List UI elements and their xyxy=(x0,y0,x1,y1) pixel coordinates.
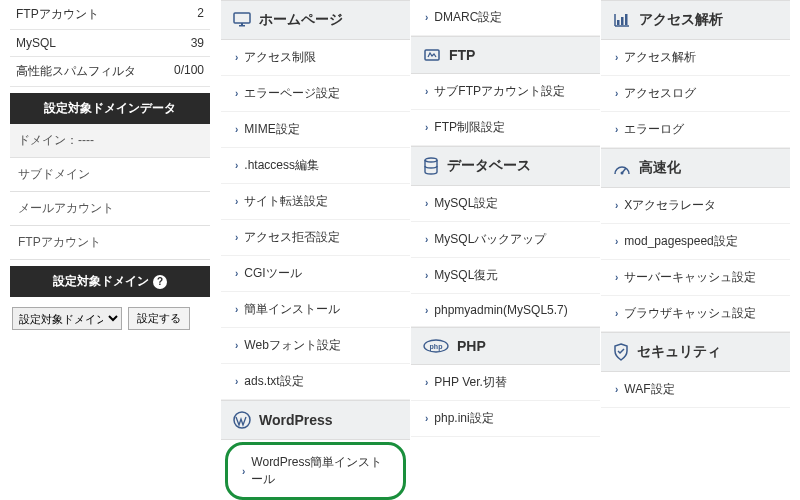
link-label: MySQLバックアップ xyxy=(434,231,546,248)
link-item[interactable]: ›CGIツール xyxy=(221,256,410,292)
link-label: サイト転送設定 xyxy=(244,193,328,210)
link-item[interactable]: ›phpmyadmin(MySQL5.7) xyxy=(411,294,600,327)
link-label: ads.txt設定 xyxy=(244,373,303,390)
svg-rect-9 xyxy=(621,17,624,25)
link-item[interactable]: ›アクセス制限 xyxy=(221,40,410,76)
target-domain-select[interactable]: 設定対象ドメイン xyxy=(12,307,122,330)
domain-data-row[interactable]: メールアカウント xyxy=(10,192,210,226)
link-item[interactable]: ›FTP制限設定 xyxy=(411,110,600,146)
chevron-right-icon: › xyxy=(235,88,238,99)
link-label: アクセス制限 xyxy=(244,49,316,66)
link-label: アクセス拒否設定 xyxy=(244,229,340,246)
link-label: アクセス解析 xyxy=(624,49,696,66)
chevron-right-icon: › xyxy=(615,200,618,211)
category-header: セキュリティ xyxy=(601,332,790,372)
stat-value: 2 xyxy=(197,6,204,23)
main-panel: ホームページ›アクセス制限›エラーページ設定›MIME設定›.htaccess編… xyxy=(220,0,790,500)
link-item[interactable]: ›エラーページ設定 xyxy=(221,76,410,112)
category-title: ホームページ xyxy=(259,11,343,29)
column-2: ›DMARC設定FTP›サブFTPアカウント設定›FTP制限設定データベース›M… xyxy=(410,0,600,500)
category-header: データベース xyxy=(411,146,600,186)
stat-value: 0/100 xyxy=(174,63,204,80)
link-item[interactable]: ›ads.txt設定 xyxy=(221,364,410,400)
chevron-right-icon: › xyxy=(235,196,238,207)
domain-data-header: 設定対象ドメインデータ xyxy=(10,93,210,124)
apply-button[interactable]: 設定する xyxy=(128,307,190,330)
link-label: 簡単インストール xyxy=(244,301,340,318)
svg-point-5 xyxy=(425,158,437,162)
link-label: Webフォント設定 xyxy=(244,337,340,354)
target-domain-header: 設定対象ドメイン? xyxy=(10,266,210,297)
chevron-right-icon: › xyxy=(425,86,428,97)
link-item[interactable]: ›サブFTPアカウント設定 xyxy=(411,74,600,110)
domain-data-row[interactable]: サブドメイン xyxy=(10,158,210,192)
stat-label: MySQL xyxy=(16,36,56,50)
monitor-icon xyxy=(233,12,251,28)
link-item[interactable]: ›エラーログ xyxy=(601,112,790,148)
link-item[interactable]: ›サイト転送設定 xyxy=(221,184,410,220)
category-title: WordPress xyxy=(259,412,333,428)
domain-data-row[interactable]: FTPアカウント xyxy=(10,226,210,260)
chart-icon xyxy=(613,12,631,28)
link-label: MySQL設定 xyxy=(434,195,498,212)
category-title: アクセス解析 xyxy=(639,11,723,29)
link-item[interactable]: ›アクセスログ xyxy=(601,76,790,112)
chevron-right-icon: › xyxy=(615,88,618,99)
speed-icon xyxy=(613,160,631,176)
link-item[interactable]: ›MySQL復元 xyxy=(411,258,600,294)
shield-icon xyxy=(613,343,629,361)
stat-row: 高性能スパムフィルタ0/100 xyxy=(10,57,210,87)
category-header: FTP xyxy=(411,36,600,74)
stat-row: MySQL39 xyxy=(10,30,210,57)
link-label: MIME設定 xyxy=(244,121,299,138)
link-label: Xアクセラレータ xyxy=(624,197,716,214)
link-item[interactable]: ›WordPress簡単インストール xyxy=(225,442,406,500)
link-label: エラーページ設定 xyxy=(244,85,340,102)
link-item[interactable]: ›WAF設定 xyxy=(601,372,790,408)
chevron-right-icon: › xyxy=(425,305,428,316)
link-item[interactable]: ›アクセス拒否設定 xyxy=(221,220,410,256)
php-icon: php xyxy=(423,339,449,353)
link-item[interactable]: ›.htaccess編集 xyxy=(221,148,410,184)
category-header: アクセス解析 xyxy=(601,0,790,40)
link-item[interactable]: ›ブラウザキャッシュ設定 xyxy=(601,296,790,332)
chevron-right-icon: › xyxy=(235,124,238,135)
link-item[interactable]: ›mod_pagespeed設定 xyxy=(601,224,790,260)
stat-value: 39 xyxy=(191,36,204,50)
category-header: WordPress xyxy=(221,400,410,440)
chevron-right-icon: › xyxy=(615,384,618,395)
svg-text:php: php xyxy=(430,343,443,351)
link-label: PHP Ver.切替 xyxy=(434,374,506,391)
chevron-right-icon: › xyxy=(242,466,245,477)
link-label: アクセスログ xyxy=(624,85,696,102)
wordpress-icon xyxy=(233,411,251,429)
category-header: 高速化 xyxy=(601,148,790,188)
category-title: データベース xyxy=(447,157,531,175)
link-item[interactable]: ›php.ini設定 xyxy=(411,401,600,437)
link-item[interactable]: ›MIME設定 xyxy=(221,112,410,148)
chevron-right-icon: › xyxy=(615,272,618,283)
link-item[interactable]: ›DMARC設定 xyxy=(411,0,600,36)
link-label: phpmyadmin(MySQL5.7) xyxy=(434,303,567,317)
help-icon[interactable]: ? xyxy=(153,275,167,289)
svg-rect-2 xyxy=(241,23,243,25)
link-item[interactable]: ›MySQL設定 xyxy=(411,186,600,222)
link-item[interactable]: ›アクセス解析 xyxy=(601,40,790,76)
link-label: php.ini設定 xyxy=(434,410,493,427)
link-label: FTP制限設定 xyxy=(434,119,505,136)
link-item[interactable]: ›MySQLバックアップ xyxy=(411,222,600,258)
link-item[interactable]: ›PHP Ver.切替 xyxy=(411,365,600,401)
link-item[interactable]: ›Xアクセラレータ xyxy=(601,188,790,224)
chevron-right-icon: › xyxy=(615,236,618,247)
link-item[interactable]: ›Webフォント設定 xyxy=(221,328,410,364)
chevron-right-icon: › xyxy=(425,122,428,133)
link-label: MySQL復元 xyxy=(434,267,498,284)
link-item[interactable]: ›サーバーキャッシュ設定 xyxy=(601,260,790,296)
link-item[interactable]: ›簡単インストール xyxy=(221,292,410,328)
svg-rect-1 xyxy=(239,25,245,27)
chevron-right-icon: › xyxy=(235,268,238,279)
ftp-icon xyxy=(423,47,441,63)
column-3: アクセス解析›アクセス解析›アクセスログ›エラーログ高速化›Xアクセラレータ›m… xyxy=(600,0,790,500)
link-label: mod_pagespeed設定 xyxy=(624,233,737,250)
chevron-right-icon: › xyxy=(235,340,238,351)
